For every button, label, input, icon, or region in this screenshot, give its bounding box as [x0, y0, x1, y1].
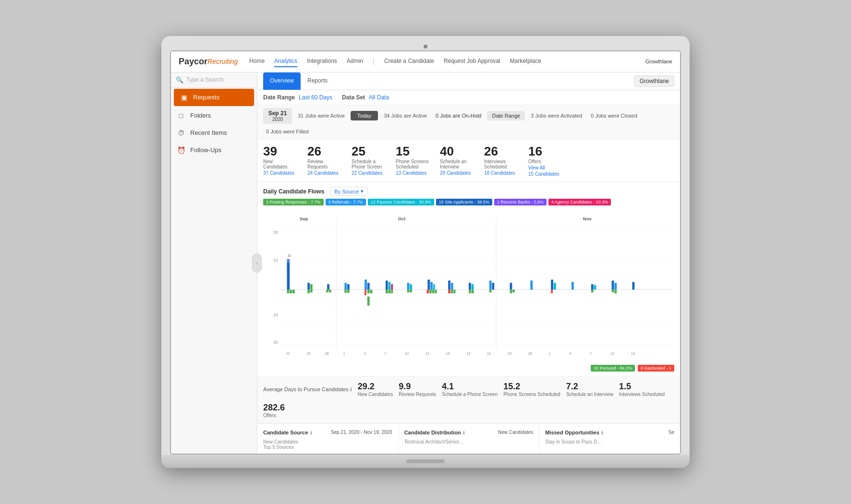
svg-rect-53	[448, 281, 450, 290]
chart-filter[interactable]: By Source ▾	[330, 187, 368, 196]
legend-pursued[interactable]: 32 Pursued - 84.2%	[591, 365, 635, 372]
svg-rect-91	[435, 290, 437, 294]
stat-link-interviews[interactable]: 18 Candidates	[484, 170, 523, 176]
sidebar-item-requests[interactable]: ▣ Requests	[174, 89, 254, 106]
legend-inactivated[interactable]: 6 Inactivated - 1	[638, 365, 674, 372]
sidebar-collapse-btn[interactable]: ‹	[252, 253, 262, 273]
chart-header: Daily Candidate Flows By Source ▾	[263, 187, 674, 196]
on-hold-stat: 0 Jobs are On-Hold	[433, 111, 484, 120]
avg-number-interviews: 1.5	[619, 382, 665, 392]
svg-rect-38	[307, 283, 310, 290]
nav-admin[interactable]: Admin	[347, 56, 363, 67]
sidebar-item-followups[interactable]: ⏰ Follow-Ups	[171, 142, 257, 159]
recent-icon: ⏱	[177, 129, 185, 137]
svg-rect-46	[389, 282, 391, 290]
stat-number-review: 26	[307, 144, 346, 158]
chart-legend-inflow: 3 Posting Responses - 7.7% 3 Referrals -…	[263, 199, 674, 205]
nav-analytics[interactable]: Analytics	[274, 56, 297, 67]
stat-link-interview[interactable]: 29 Candidates	[440, 170, 478, 176]
svg-rect-42	[347, 284, 350, 289]
search-icon: 🔍	[176, 76, 183, 84]
stat-label-screens: Phone ScreensScheduled	[396, 159, 434, 169]
legend-passive[interactable]: 12 Passive Candidates - 30.8%	[368, 199, 434, 205]
svg-rect-101	[591, 290, 594, 293]
svg-rect-76	[344, 290, 347, 293]
logo-sub: Recruiting	[207, 58, 238, 65]
activated-stat: 3 Jobs were Activated	[528, 111, 585, 120]
legend-resume[interactable]: 1 Resume Banks - 2.6%	[494, 199, 547, 205]
data-set-value[interactable]: All Data	[369, 94, 389, 101]
svg-rect-103	[614, 290, 617, 294]
filled-stat: 0 Jobs were Filled	[263, 127, 312, 136]
date-range-value[interactable]: Last 60 Days	[299, 94, 332, 101]
avg-number-phone: 4.1	[442, 382, 498, 392]
svg-rect-58	[492, 283, 495, 290]
stat-link-offers-viewall[interactable]: View All	[528, 165, 567, 170]
svg-rect-60	[530, 281, 533, 290]
sep-year: 2020	[272, 117, 283, 122]
sidebar-item-label-folders: Folders	[190, 112, 211, 119]
stat-review-requests: 26 ReviewRequests 24 Candidates	[307, 144, 346, 177]
svg-text:4: 4	[364, 351, 365, 356]
chevron-down-icon: ▾	[361, 188, 364, 194]
legend-site[interactable]: 15 Site Applicants - 38.5%	[436, 199, 492, 205]
svg-rect-62	[554, 283, 556, 290]
svg-text:10: 10	[405, 351, 409, 356]
legend-agency-label: 4 Agency Candidates - 10.3%	[551, 200, 608, 204]
nav-job-approval[interactable]: Request Job Approval	[444, 56, 500, 67]
avg-label-interviews: Interviews Scheduled	[619, 392, 665, 397]
sidebar-item-recent[interactable]: ⏱ Recent Items	[171, 124, 257, 142]
chart-title: Daily Candidate Flows	[263, 188, 324, 195]
sidebar-item-folders[interactable]: □ Folders	[171, 107, 257, 124]
period-sep21[interactable]: Sep 21 2020	[263, 108, 292, 124]
svg-rect-92	[448, 290, 450, 294]
legend-posting[interactable]: 3 Posting Responses - 7.7%	[263, 199, 324, 205]
nav-marketplace[interactable]: Marketplace	[510, 56, 541, 67]
info-icon-dist[interactable]: ℹ	[463, 430, 465, 435]
stat-link-new[interactable]: 37 Candidates	[263, 170, 302, 176]
svg-rect-41	[344, 283, 347, 290]
avg-label-offers: Offers	[263, 413, 297, 418]
svg-rect-70	[290, 290, 292, 294]
chart-section: Daily Candidate Flows By Source ▾ 3 Post…	[257, 182, 680, 377]
avg-label-review: Review Requests	[399, 392, 436, 397]
nav-home[interactable]: Home	[249, 56, 265, 67]
legend-agency[interactable]: 4 Agency Candidates - 10.3%	[548, 199, 611, 205]
search-bar[interactable]: 🔍 Type a Search	[171, 72, 257, 88]
avg-stat-interviews: 1.5 Interviews Scheduled	[619, 382, 665, 397]
closed-stat: 0 Jobs were Closed	[588, 111, 640, 120]
nav-sep1: |	[373, 57, 375, 66]
info-icon-missed[interactable]: ℹ	[601, 430, 603, 435]
stat-link-screens[interactable]: 13 Candidates	[396, 170, 434, 176]
nav-create-candidate[interactable]: Create a Candidate	[384, 56, 434, 67]
avg-label-phone: Schedule a Phone Screen	[442, 392, 498, 397]
legend-posting-label: 3 Posting Responses - 7.7%	[266, 200, 321, 204]
svg-rect-66	[612, 281, 614, 290]
stat-schedule-phone: 25 Schedule aPhone Screen 22 Candidates	[352, 144, 390, 177]
svg-text:20: 20	[273, 230, 278, 235]
chart-svg: 20 10 10 20 InFlow OutFlow	[263, 208, 674, 362]
svg-text:25: 25	[508, 351, 511, 356]
card-missed-title: Missed Opportunities	[545, 430, 599, 435]
card-candidate-source: Candidate Source ℹ Sep 21, 2020 - Nov 19…	[257, 424, 399, 454]
tab-overview[interactable]: Overview	[263, 72, 301, 90]
date-range-label: Date Range	[263, 94, 295, 101]
info-icon-source[interactable]: ℹ	[310, 430, 312, 435]
sidebar: 🔍 Type a Search ▣ Requests □ Folders ⏱ R…	[171, 72, 257, 454]
period-today[interactable]: Today	[351, 111, 378, 120]
nav-integrations[interactable]: Integrations	[307, 56, 337, 67]
stat-link-review[interactable]: 24 Candidates	[307, 170, 346, 176]
svg-rect-89	[429, 290, 432, 294]
period-date-range[interactable]: Date Range	[487, 111, 525, 120]
legend-referrals-label: 3 Referrals - 7.7%	[328, 200, 364, 204]
search-input[interactable]: Type a Search	[186, 76, 252, 83]
svg-rect-78	[365, 290, 366, 295]
stat-link-offers-count[interactable]: 15 Candidates	[528, 171, 567, 177]
info-icon-avg[interactable]: ℹ	[350, 387, 352, 392]
logo: Paycor Recruiting	[179, 57, 238, 67]
svg-text:20: 20	[273, 340, 278, 345]
stat-link-phone[interactable]: 22 Candidates	[352, 170, 390, 176]
legend-referrals[interactable]: 3 Referrals - 7.7%	[326, 199, 366, 205]
tab-reports[interactable]: Reports	[301, 72, 334, 90]
stat-label-review: ReviewRequests	[307, 159, 346, 169]
